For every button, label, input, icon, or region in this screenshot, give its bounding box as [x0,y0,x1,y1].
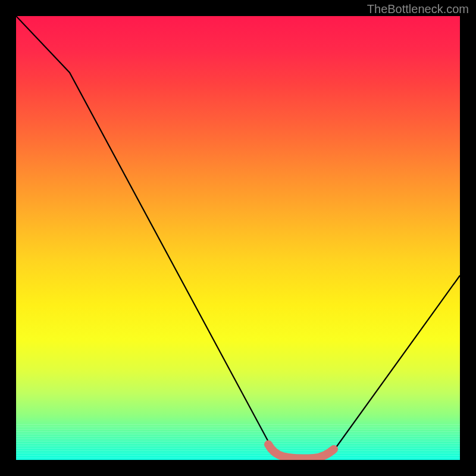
highlight-marker [268,444,334,459]
watermark-text: TheBottleneck.com [367,2,469,16]
chart-svg [16,16,460,460]
plot-area [16,16,460,460]
bottleneck-curve-line [16,16,460,458]
